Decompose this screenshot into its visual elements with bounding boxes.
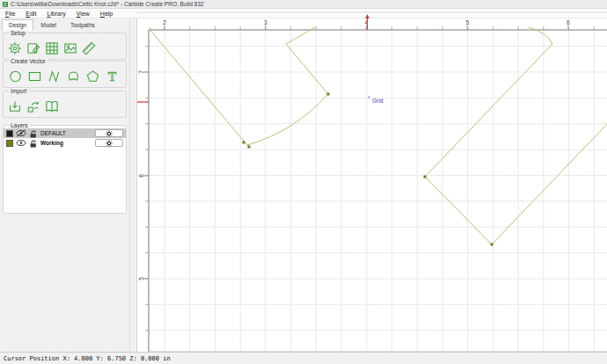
tab-model[interactable]: Model (33, 19, 63, 31)
import-section: Import (3, 91, 127, 118)
create-vector-section: Create Vector T (3, 61, 127, 88)
window-title: C:\Users\willia\Downloads\Celtic Knot.c2… (11, 1, 204, 7)
layer-row-working[interactable]: Working (4, 138, 126, 148)
layer-name: Working (40, 140, 63, 146)
measure-icon[interactable] (81, 40, 97, 56)
layers-section-label: Layers (9, 122, 30, 128)
tab-toolpaths[interactable]: Toolpaths (63, 19, 102, 31)
menu-file[interactable]: File (0, 11, 20, 17)
layer-row-default[interactable]: DEFAULT (4, 128, 126, 138)
grid-icon[interactable] (44, 40, 60, 56)
setup-icon-row (7, 40, 97, 56)
svg-text:5: 5 (138, 277, 144, 280)
layer-color-swatch[interactable] (6, 130, 13, 137)
status-bar: Cursor Position X: 4.000 Y: 6.750 Z: 0.0… (0, 352, 607, 364)
import-file-icon[interactable] (7, 98, 23, 114)
menu-library[interactable]: Library (41, 11, 70, 17)
layer-list: DEFAULT (4, 128, 126, 148)
svg-text:6: 6 (567, 19, 570, 25)
svg-text:7: 7 (138, 70, 144, 74)
layer-settings-button[interactable] (95, 129, 123, 137)
svg-text:6: 6 (138, 174, 144, 178)
eye-icon[interactable] (16, 139, 26, 147)
image-icon[interactable] (62, 40, 78, 56)
left-panel: Design Model Toolpaths Setup (0, 18, 130, 352)
create-vector-icon-row: T (7, 69, 121, 84)
curve-tool-icon[interactable] (46, 69, 62, 84)
svg-text:T: T (108, 69, 116, 84)
svg-text:2: 2 (163, 19, 166, 25)
shape-tool-icon[interactable] (65, 69, 82, 84)
layers-section: Layers DEFAULT (3, 125, 127, 214)
menu-edit[interactable]: Edit (20, 11, 41, 17)
shape-library-icon[interactable] (44, 98, 60, 114)
grid-snap-label: Grid (372, 98, 384, 104)
import-icon-row (7, 98, 60, 114)
eye-slash-icon[interactable] (16, 129, 26, 137)
gear-icon[interactable] (7, 40, 23, 56)
circle-tool-icon[interactable] (7, 69, 24, 84)
setup-section: Setup (3, 33, 127, 60)
app-window: C C:\Users\willia\Downloads\Celtic Knot.… (0, 0, 607, 364)
layer-name: DEFAULT (40, 130, 66, 136)
layer-settings-gear-icon (106, 140, 113, 147)
app-icon: C (3, 2, 8, 7)
cursor-position-readout: Cursor Position X: 4.000 Y: 6.750 Z: 0.0… (0, 355, 171, 362)
menu-view[interactable]: View (71, 11, 95, 17)
job-edit-icon[interactable] (26, 40, 41, 56)
svg-text:3: 3 (264, 19, 267, 25)
unlocked-padlock-icon[interactable] (29, 139, 38, 148)
layer-settings-gear-icon (106, 130, 113, 137)
text-tool-icon[interactable]: T (104, 69, 121, 84)
import-section-label: Import (9, 88, 28, 94)
polygon-tool-icon[interactable] (84, 69, 101, 84)
title-bar: C C:\Users\willia\Downloads\Celtic Knot.… (0, 0, 607, 9)
trace-image-icon[interactable] (26, 98, 41, 114)
rectangle-tool-icon[interactable] (26, 69, 43, 84)
create-vector-section-label: Create Vector (9, 58, 48, 64)
setup-section-label: Setup (9, 30, 27, 36)
design-canvas[interactable]: 23456765Grid (136, 18, 607, 352)
layer-settings-button[interactable] (95, 139, 123, 147)
menu-help[interactable]: Help (95, 11, 118, 17)
canvas-drawing: 23456765Grid (137, 18, 607, 352)
svg-text:5: 5 (465, 19, 469, 25)
menu-bar: FileEditLibraryViewHelp (0, 9, 607, 18)
layer-color-swatch[interactable] (6, 140, 13, 147)
unlocked-padlock-icon[interactable] (29, 129, 38, 138)
